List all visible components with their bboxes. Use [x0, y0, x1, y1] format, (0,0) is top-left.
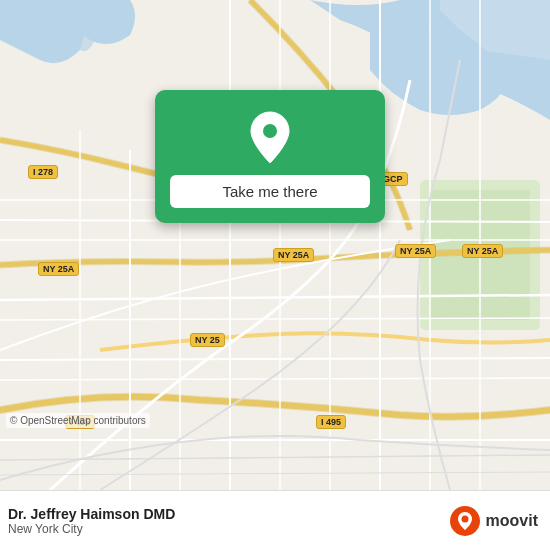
moovit-logo: moovit — [449, 505, 538, 537]
road-badge-ny25a-far-right: NY 25A — [462, 244, 503, 258]
overlay-card[interactable]: Take me there — [155, 90, 385, 223]
svg-point-22 — [461, 515, 468, 522]
map-container: I 278 NY 25A NY 25A NY 25A NY 25A NY 25 … — [0, 0, 550, 490]
road-badge-ny25: NY 25 — [190, 333, 225, 347]
moovit-icon — [449, 505, 481, 537]
bottom-bar: Dr. Jeffrey Haimson DMD New York City mo… — [0, 490, 550, 550]
moovit-text: moovit — [486, 512, 538, 530]
road-badge-i495-right: I 495 — [316, 415, 346, 429]
location-info: Dr. Jeffrey Haimson DMD New York City — [8, 506, 175, 536]
copyright-text: © OpenStreetMap contributors — [6, 413, 150, 428]
take-me-there-button[interactable]: Take me there — [170, 175, 370, 208]
location-name: Dr. Jeffrey Haimson DMD — [8, 506, 175, 522]
road-badge-ny25a-right: NY 25A — [395, 244, 436, 258]
svg-point-20 — [263, 124, 277, 138]
road-badge-i278: I 278 — [28, 165, 58, 179]
road-badge-ny25a-left: NY 25A — [38, 262, 79, 276]
road-badge-ny25a-mid: NY 25A — [273, 248, 314, 262]
location-pin-icon — [248, 110, 292, 165]
location-city: New York City — [8, 522, 175, 536]
